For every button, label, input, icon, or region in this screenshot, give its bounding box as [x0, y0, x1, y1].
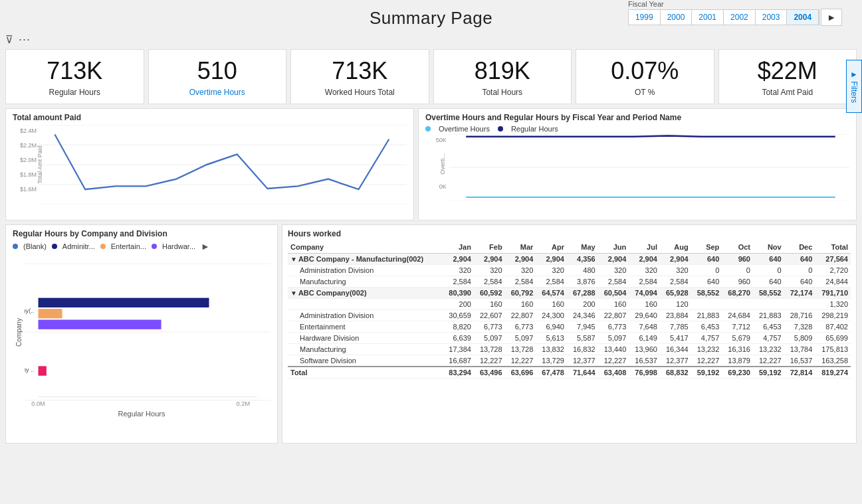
table-cell: 1,320 [815, 299, 851, 310]
regular-legend-dot [498, 126, 503, 131]
col-jul: Jul [629, 241, 660, 254]
bar-chart-y-label: Company [15, 318, 23, 347]
table-cell: Administration Division [288, 265, 443, 276]
table-cell: 7,712 [722, 321, 753, 333]
table-cell: 320 [629, 265, 660, 276]
fy-tab-2004[interactable]: 2004 [787, 10, 819, 25]
fy-tab-2003[interactable]: 2003 [756, 10, 788, 25]
kpi-overtime-hours-value: 510 [158, 56, 277, 85]
kpi-total-amt-paid-value: $22M [728, 56, 847, 85]
table-cell: 6,773 [505, 321, 536, 333]
fy-tab-1999[interactable]: 1999 [629, 10, 661, 25]
table-cell: 12,377 [660, 355, 691, 367]
table-cell: 5,587 [567, 333, 598, 344]
table-cell: 16,537 [784, 355, 815, 367]
table-cell: 5,097 [598, 333, 629, 344]
svg-text:0.2M: 0.2M [237, 400, 251, 407]
table-cell: ▼ABC Company - Manufacturing(002) [288, 254, 443, 265]
table-cell: 22,807 [505, 310, 536, 321]
table-cell: 640 [753, 254, 784, 265]
total-amt-paid-chart: Total amount Paid $2.4M $2.2M $2.0M $1.8… [5, 108, 414, 220]
table-cell: 80,390 [443, 288, 474, 299]
filter-icon[interactable]: ⊽ [5, 33, 13, 46]
table-cell: 5,809 [784, 333, 815, 344]
table-cell: 60,504 [598, 288, 629, 299]
table-cell: 2,584 [536, 276, 567, 288]
table-cell: 160 [598, 299, 629, 310]
table-cell: 16,832 [567, 344, 598, 355]
fy-tab-2000[interactable]: 2000 [661, 10, 693, 25]
kpi-overtime-hours: 510 Overtime Hours [148, 49, 287, 104]
table-cell: 87,402 [815, 321, 851, 333]
table-cell: 12,227 [753, 355, 784, 367]
bottom-row: Regular Hours by Company and Division (B… [0, 224, 862, 444]
table-cell: 2,584 [505, 276, 536, 288]
bar-admin-abc1 [39, 298, 209, 307]
filters-panel[interactable]: ► Filters [846, 60, 862, 113]
div-blank-label: (Blank) [23, 242, 47, 250]
col-total: Total [815, 241, 851, 254]
table-cell: 8,820 [443, 321, 474, 333]
col-jun: Jun [598, 241, 629, 254]
kpi-row: 713K Regular Hours 510 Overtime Hours 71… [0, 46, 862, 108]
table-cell: 640 [691, 276, 722, 288]
table-cell: 13,879 [722, 355, 753, 367]
table-cell: 2,904 [474, 254, 505, 265]
table-cell: 58,552 [753, 288, 784, 299]
table-cell: 59,192 [691, 367, 722, 378]
col-jan: Jan [443, 241, 474, 254]
col-nov: Nov [753, 241, 784, 254]
table-cell: 791,710 [815, 288, 851, 299]
table-cell: 67,478 [536, 367, 567, 378]
fy-tab-2001[interactable]: 2001 [692, 10, 724, 25]
table-cell: 320 [474, 265, 505, 276]
fy-tab-2002[interactable]: 2002 [724, 10, 756, 25]
table-cell: 6,940 [536, 321, 567, 333]
table-cell: 640 [784, 254, 815, 265]
table-cell: 2,584 [660, 276, 691, 288]
col-may: May [567, 241, 598, 254]
table-cell [722, 299, 753, 310]
table-cell: Software Division [288, 355, 443, 367]
table-cell: 0 [784, 265, 815, 276]
table-cell: 16,687 [443, 355, 474, 367]
kpi-ot-percent-label: OT % [586, 88, 704, 97]
kpi-regular-hours: 713K Regular Hours [5, 49, 144, 104]
table-cell: 6,149 [629, 333, 660, 344]
table-cell: 2,584 [474, 276, 505, 288]
table-cell [288, 299, 443, 310]
table-cell: 6,453 [753, 321, 784, 333]
kpi-total-hours-value: 819K [443, 56, 562, 85]
filter-dots[interactable]: ··· [19, 33, 31, 46]
bar-entertain-abc1 [39, 309, 62, 318]
table-cell: 2,904 [505, 254, 536, 265]
div-hardware-label: Hardwar... [162, 242, 195, 250]
table-cell: 160 [474, 299, 505, 310]
table-cell: 0 [691, 265, 722, 276]
table-cell: 7,785 [660, 321, 691, 333]
div-hardware-dot [152, 244, 157, 249]
table-cell: 3,876 [567, 276, 598, 288]
overtime-hours-chart: Overtime Hours and Regular Hours by Fisc… [418, 108, 857, 220]
col-dec: Dec [784, 241, 815, 254]
table-cell: 24,844 [815, 276, 851, 288]
table-cell: 6,773 [598, 321, 629, 333]
table-cell: 63,408 [598, 367, 629, 378]
table-cell: 2,904 [660, 254, 691, 265]
fy-next-button[interactable]: ► [821, 9, 842, 26]
table-cell: 298,219 [815, 310, 851, 321]
table-cell: 69,230 [722, 367, 753, 378]
overtime-legend-dot [425, 126, 431, 131]
table-cell: 4,757 [753, 333, 784, 344]
table-cell: 960 [722, 254, 753, 265]
table-cell: 4,356 [567, 254, 598, 265]
div-admin-dot [52, 244, 57, 249]
table-cell: Administration Division [288, 310, 443, 321]
division-expand-arrow[interactable]: ► [201, 241, 210, 252]
hours-table-title: Hours worked [288, 229, 851, 238]
svg-text:0.0M: 0.0M [31, 400, 45, 407]
table-cell: 13,728 [474, 344, 505, 355]
table-cell: 13,784 [784, 344, 815, 355]
table-cell: 65,699 [815, 333, 851, 344]
fiscal-year-label: Fiscal Year [628, 0, 842, 8]
